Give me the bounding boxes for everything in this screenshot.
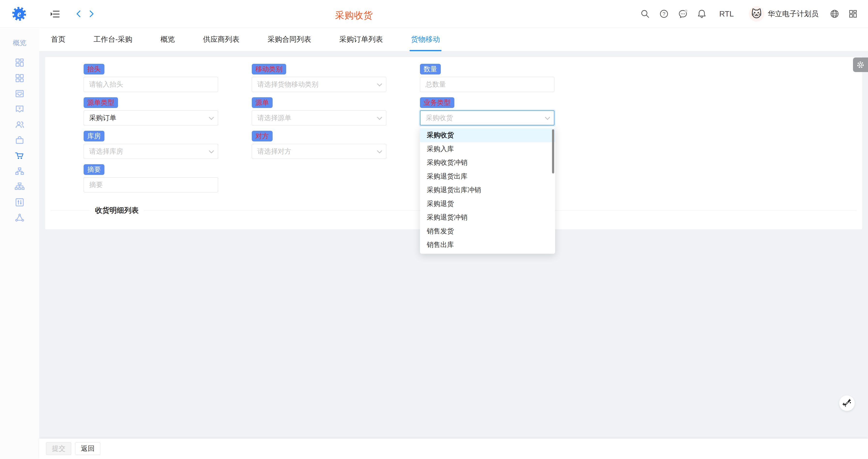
chevron-down-icon (545, 115, 550, 120)
team-icon[interactable] (15, 120, 25, 130)
gear-cloud-logo[interactable]: e (12, 6, 27, 21)
tab-supplier-list[interactable]: 供应商列表 (203, 28, 240, 51)
source-doc-select[interactable]: 请选择源单 (252, 110, 386, 125)
dropdown-option[interactable]: 销售发货 (420, 224, 555, 238)
field-label: 对方 (252, 131, 273, 141)
chevron-down-icon (377, 148, 382, 153)
chevron-down-icon (209, 115, 214, 120)
globe-icon[interactable] (830, 9, 839, 19)
dashboard-icon[interactable] (15, 58, 25, 67)
rtl-toggle[interactable]: RTL (719, 9, 734, 19)
logo-icon: e (12, 6, 27, 21)
dropdown-option[interactable]: 采购收货冲销 (420, 156, 555, 170)
field-source-doc: 源单 请选择源单 (252, 97, 386, 125)
summary-input[interactable]: 摘要 (84, 177, 218, 192)
field-quantity: 数量 总数量 (420, 64, 554, 92)
page-title: 采购收货 (335, 9, 373, 22)
field-counterparty: 对方 请选择对方 (252, 131, 386, 159)
magic-wand-fab[interactable] (839, 396, 855, 411)
movement-type-select[interactable]: 请选择货物移动类别 (252, 77, 386, 92)
dropdown-option[interactable]: 销售出库 (420, 238, 555, 252)
business-type-dropdown: 采购收货 采购入库 采购收货冲销 采购退货出库 采购退货出库冲销 采购退货 采购… (420, 126, 555, 254)
dropdown-option[interactable]: 采购入库 (420, 142, 555, 156)
bag-icon[interactable] (15, 135, 25, 145)
org-icon[interactable] (15, 166, 25, 176)
field-label: 源单 (252, 97, 273, 108)
dropdown-option[interactable]: 采购退货出库 (420, 170, 555, 183)
field-movement-type: 移动类别 请选择货物移动类别 (252, 64, 386, 92)
footer-actions: 提交 返回 (39, 439, 868, 455)
field-header-title: 抬头 请输入抬头 (84, 64, 218, 92)
header-actions: ? RTL 🐱 华立电子计划员 (631, 0, 858, 28)
tab-bar: 首页 工作台-采购 概览 供应商列表 采购合同列表 采购订单列表 货物移动 (39, 28, 868, 52)
receipt-detail-title: 收货明细列表 (90, 205, 144, 216)
field-warehouse: 库房 请选择库房 (84, 131, 218, 159)
field-label: 业务类型 (420, 97, 454, 108)
message-icon[interactable] (678, 9, 688, 19)
settings-drawer-handle[interactable] (853, 57, 868, 72)
apps-icon[interactable] (15, 73, 25, 83)
svg-text:e: e (17, 9, 21, 19)
control-icon[interactable] (15, 198, 25, 207)
sidebar-icon-menu: ¥ (0, 58, 39, 223)
submit-button[interactable]: 提交 (46, 442, 71, 455)
dropdown-option[interactable]: 采购退货 (420, 197, 555, 211)
tab-goods-movement[interactable]: 货物移动 (411, 28, 440, 51)
field-label: 抬头 (84, 64, 104, 75)
top-header: e 采购收货 ? (0, 0, 868, 28)
deployment-icon[interactable] (15, 213, 25, 223)
back-button[interactable]: 返回 (75, 442, 100, 455)
dropdown-scrollbar[interactable] (552, 129, 554, 173)
field-business-type: 业务类型 采购收货 (420, 97, 554, 125)
warehouse-select[interactable]: 请选择库房 (84, 144, 218, 159)
sidebar-section-label: 概览 (0, 38, 39, 48)
inbox-icon[interactable] (15, 89, 25, 98)
tab-workbench-purchase[interactable]: 工作台-采购 (94, 28, 132, 51)
header-title-input[interactable]: 请输入抬头 (84, 77, 218, 92)
field-label: 源单类型 (84, 97, 118, 108)
menu-unfold-icon[interactable] (50, 9, 61, 20)
magic-wand-icon (842, 398, 852, 408)
footer-bar: 提交 返回 (39, 439, 868, 459)
chevron-down-icon (377, 115, 382, 120)
field-source-doc-type: 源单类型 采购订单 (84, 97, 218, 125)
avatar-cat-illustration: 🐱 (751, 8, 762, 20)
field-summary: 摘要 摘要 (84, 164, 218, 192)
sidebar: 概览 ¥ (0, 28, 39, 459)
svg-text:¥: ¥ (19, 106, 21, 111)
field-label: 库房 (84, 131, 104, 141)
tab-overview[interactable]: 概览 (160, 28, 175, 51)
forward-arrow-icon[interactable] (87, 10, 95, 18)
money-icon[interactable]: ¥ (15, 104, 25, 114)
message-badge-dot (685, 9, 687, 12)
back-arrow-icon[interactable] (74, 10, 83, 18)
app-root: e 采购收货 ? (0, 0, 868, 459)
business-type-select[interactable]: 采购收货 (420, 110, 554, 125)
sitemap-icon[interactable] (15, 182, 25, 192)
chevron-down-icon (377, 81, 382, 86)
svg-text:?: ? (663, 11, 665, 17)
bell-icon[interactable] (697, 9, 707, 19)
dropdown-option[interactable]: 采购退货冲销 (420, 210, 555, 224)
user-avatar[interactable]: 🐱 (749, 6, 764, 22)
tab-home[interactable]: 首页 (51, 28, 65, 51)
cart-icon[interactable] (15, 151, 25, 161)
field-label: 数量 (420, 64, 441, 75)
tab-purchase-contract-list[interactable]: 采购合同列表 (268, 28, 311, 51)
chevron-down-icon (209, 148, 214, 153)
dropdown-option[interactable]: 采购收货 (420, 128, 555, 142)
gear-icon (856, 60, 865, 69)
help-icon[interactable]: ? (659, 9, 669, 19)
quantity-input[interactable]: 总数量 (420, 77, 554, 92)
search-icon[interactable] (640, 9, 650, 19)
field-label: 摘要 (84, 164, 104, 175)
field-label: 移动类别 (252, 64, 286, 75)
source-doc-type-select[interactable]: 采购订单 (84, 110, 218, 125)
user-name[interactable]: 华立电子计划员 (768, 9, 818, 19)
tab-purchase-order-list[interactable]: 采购订单列表 (339, 28, 383, 51)
counterparty-select[interactable]: 请选择对方 (252, 144, 386, 159)
dropdown-option[interactable]: 采购退货出库冲销 (420, 183, 555, 197)
apps-grid-icon[interactable] (848, 9, 858, 19)
